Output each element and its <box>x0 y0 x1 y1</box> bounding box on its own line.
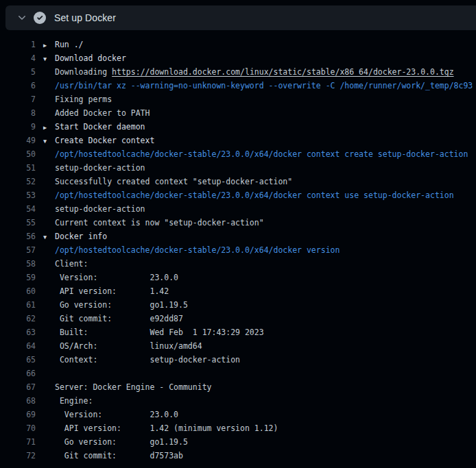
log-line-number[interactable]: 53 <box>0 188 36 202</box>
log-line[interactable]: 53/opt/hostedtoolcache/docker-stable/23.… <box>0 188 476 202</box>
log-line-number[interactable]: 51 <box>0 161 36 175</box>
log-line-text: /usr/bin/tar xz --warning=no-unknown-key… <box>55 79 473 93</box>
triangle-down-icon[interactable]: ▼ <box>43 230 47 244</box>
log-line-gutter <box>36 284 55 298</box>
log-line[interactable]: 61 Go version: go1.19.5 <box>0 298 476 312</box>
log-line[interactable]: 8Added Docker to PATH <box>0 106 476 120</box>
log-line-number[interactable]: 5 <box>0 65 36 79</box>
log-line[interactable]: 65 Context: setup-docker-action <box>0 353 476 367</box>
log-line-gutter <box>36 353 55 367</box>
log-text-segment: Downloading <box>55 67 112 77</box>
triangle-down-icon[interactable]: ▼ <box>43 52 47 66</box>
log-line[interactable]: 57/opt/hostedtoolcache/docker-stable/23.… <box>0 243 476 257</box>
log-line[interactable]: 71 Go version: go1.19.5 <box>0 435 476 449</box>
log-line-number[interactable]: 64 <box>0 339 36 353</box>
log-line-number[interactable]: 49 <box>0 134 36 147</box>
triangle-down-icon[interactable]: ▼ <box>43 134 47 148</box>
log-line-text: Go version: go1.19.5 <box>55 298 188 312</box>
log-line[interactable]: 64 OS/Arch: linux/amd64 <box>0 339 476 353</box>
log-line[interactable]: 1▶Run ./ <box>0 38 476 51</box>
triangle-right-icon[interactable]: ▶ <box>43 121 47 134</box>
log-text-segment: Create Docker context <box>55 136 154 145</box>
chevron-down-icon[interactable] <box>16 12 27 23</box>
log-line-text: Engine: <box>55 394 93 408</box>
log-line-number[interactable]: 55 <box>0 216 36 230</box>
log-line-number[interactable]: 4 <box>0 51 36 65</box>
log-text-segment: API version: 1.42 (minimum version 1.12) <box>55 423 278 433</box>
log-url-link[interactable]: https://download.docker.com/linux/static… <box>112 67 454 77</box>
log-text-segment: Context: setup-docker-action <box>55 355 240 365</box>
log-line-number[interactable]: 7 <box>0 93 36 106</box>
log-line[interactable]: 7Fixing perms <box>0 93 476 106</box>
log-line-number[interactable]: 70 <box>0 421 36 435</box>
log-text-segment: Git commit: d7573ab <box>55 451 183 460</box>
log-line[interactable]: 63 Built: Wed Feb 1 17:43:29 2023 <box>0 325 476 339</box>
triangle-right-icon[interactable]: ▶ <box>43 38 47 52</box>
log-line[interactable]: 6/usr/bin/tar xz --warning=no-unknown-ke… <box>0 79 476 93</box>
log-text-segment: /usr/bin/tar xz --warning=no-unknown-key… <box>55 81 473 90</box>
log-text-segment: Fixing perms <box>55 95 112 104</box>
log-line-gutter <box>36 65 55 79</box>
log-line-number[interactable]: 1 <box>0 38 36 51</box>
log-line[interactable]: 66 <box>0 367 476 380</box>
log-line-number[interactable]: 66 <box>0 367 36 380</box>
log-line-number[interactable]: 60 <box>0 284 36 298</box>
log-line[interactable]: 68 Engine: <box>0 394 476 408</box>
log-line-text: Downloading https://download.docker.com/… <box>55 65 454 79</box>
log-line[interactable]: 72 Git commit: d7573ab <box>0 449 476 463</box>
log-line-number[interactable]: 58 <box>0 257 36 271</box>
log-line[interactable]: 60 API version: 1.42 <box>0 284 476 298</box>
log-line[interactable]: 4▼Download docker <box>0 51 476 65</box>
log-line-text: Download docker <box>55 51 126 65</box>
log-line-number[interactable]: 71 <box>0 435 36 449</box>
log-line-number[interactable]: 54 <box>0 202 36 216</box>
log-line-number[interactable]: 62 <box>0 312 36 325</box>
log-line[interactable]: 55Current context is now "setup-docker-a… <box>0 216 476 230</box>
log-line[interactable]: 59 Version: 23.0.0 <box>0 271 476 284</box>
log-line-text: Server: Docker Engine - Community <box>55 380 211 394</box>
log-line-number[interactable]: 50 <box>0 147 36 161</box>
log-line-number[interactable]: 72 <box>0 449 36 463</box>
log-line-number[interactable]: 68 <box>0 394 36 408</box>
log-line[interactable]: 70 API version: 1.42 (minimum version 1.… <box>0 421 476 435</box>
log-line[interactable]: 51setup-docker-action <box>0 161 476 175</box>
log-line-number[interactable]: 67 <box>0 380 36 394</box>
log-line-text: /opt/hostedtoolcache/docker-stable/23.0.… <box>55 243 340 257</box>
log-line[interactable]: 50/opt/hostedtoolcache/docker-stable/23.… <box>0 147 476 161</box>
step-header[interactable]: Set up Docker <box>5 5 476 30</box>
log-line[interactable]: 67Server: Docker Engine - Community <box>0 380 476 394</box>
log-text-segment: OS/Arch: linux/amd64 <box>55 341 202 351</box>
log-line[interactable]: 54setup-docker-action <box>0 202 476 216</box>
log-line-number[interactable]: 9 <box>0 120 36 134</box>
log-line[interactable]: 62 Git commit: e92dd87 <box>0 312 476 325</box>
check-circle-icon <box>34 12 46 24</box>
log-line[interactable]: 69 Version: 23.0.0 <box>0 408 476 421</box>
log-line-gutter <box>36 325 55 339</box>
log-line-text: Git commit: e92dd87 <box>55 312 183 325</box>
log-line[interactable]: 9▶Start Docker daemon <box>0 120 476 134</box>
log-line-number[interactable]: 52 <box>0 175 36 188</box>
log-line-text: Fixing perms <box>55 93 112 106</box>
log-line-gutter <box>36 421 55 435</box>
log-line[interactable]: 58Client: <box>0 257 476 271</box>
log-line-number[interactable]: 56 <box>0 230 36 243</box>
log-line-number[interactable]: 61 <box>0 298 36 312</box>
log-line[interactable]: 5Downloading https://download.docker.com… <box>0 65 476 79</box>
log-line-gutter <box>36 380 55 394</box>
log-line-number[interactable]: 57 <box>0 243 36 257</box>
log-line-text: Git commit: d7573ab <box>55 449 183 463</box>
log-line-gutter <box>36 161 55 175</box>
log-line-number[interactable]: 6 <box>0 79 36 93</box>
log-text-segment: Run ./ <box>55 40 84 49</box>
log-line-number[interactable]: 63 <box>0 325 36 339</box>
log-line[interactable]: 52Successfully created context "setup-do… <box>0 175 476 188</box>
log-line-text: OS/Arch: linux/amd64 <box>55 339 202 353</box>
log-line-number[interactable]: 59 <box>0 271 36 284</box>
log-line-number[interactable]: 8 <box>0 106 36 120</box>
log-line-number[interactable]: 65 <box>0 353 36 367</box>
log-line[interactable]: 49▼Create Docker context <box>0 134 476 147</box>
log-line[interactable]: 56▼Docker info <box>0 230 476 243</box>
log-line-text: Version: 23.0.0 <box>55 271 178 284</box>
log-line-gutter <box>36 188 55 202</box>
log-line-number[interactable]: 69 <box>0 408 36 421</box>
